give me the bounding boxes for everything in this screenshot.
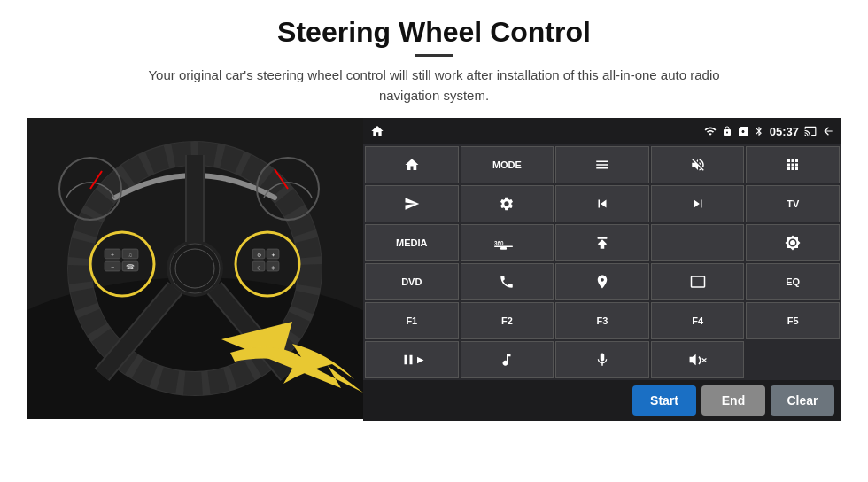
button-grid: MODE — [363, 144, 841, 380]
btn-apps[interactable] — [746, 146, 840, 183]
btn-mode[interactable]: MODE — [461, 146, 554, 183]
btn-music[interactable] — [461, 341, 554, 378]
svg-text:◈: ◈ — [271, 265, 275, 270]
btn-360[interactable]: 360 — [461, 224, 554, 261]
svg-text:☎: ☎ — [126, 263, 135, 271]
btn-eq[interactable]: EQ — [746, 263, 840, 300]
btn-f1[interactable]: F1 — [365, 302, 459, 339]
svg-text:♫: ♫ — [128, 253, 133, 258]
btn-home[interactable] — [365, 146, 459, 183]
status-bar-left — [370, 124, 384, 138]
btn-media[interactable]: MEDIA — [365, 224, 459, 261]
btn-f4[interactable]: F4 — [651, 302, 745, 339]
btn-playpause[interactable]: ▶ — [365, 341, 459, 378]
btn-eject[interactable] — [555, 224, 649, 261]
btn-settings[interactable] — [461, 185, 554, 222]
svg-rect-38 — [500, 247, 507, 250]
action-bar: Start End Clear — [363, 380, 841, 421]
page-subtitle: Your original car's steering wheel contr… — [133, 66, 735, 105]
btn-screen[interactable] — [651, 263, 745, 300]
control-panel: 05:37 MODE — [363, 118, 841, 421]
status-bar: 05:37 — [363, 118, 841, 144]
btn-mic[interactable] — [555, 341, 649, 378]
btn-radio[interactable] — [651, 224, 745, 261]
start-button[interactable]: Start — [632, 385, 696, 416]
btn-prev[interactable] — [555, 185, 649, 222]
svg-point-6 — [175, 249, 214, 288]
status-bar-right: 05:37 — [704, 125, 834, 138]
btn-dvd[interactable]: DVD — [365, 263, 459, 300]
svg-text:⚙: ⚙ — [257, 253, 261, 258]
status-time: 05:37 — [770, 125, 799, 138]
svg-text:−: − — [111, 264, 114, 270]
clear-button[interactable]: Clear — [771, 385, 834, 416]
btn-send[interactable] — [365, 185, 459, 222]
btn-tv[interactable]: TV — [746, 185, 840, 222]
svg-rect-37 — [494, 246, 513, 247]
title-divider — [415, 54, 453, 57]
btn-phone[interactable] — [461, 263, 554, 300]
steering-wheel-image: + − ♫ ☎ ⚙ ◇ ✦ ◈ — [27, 118, 363, 419]
svg-text:+: + — [111, 252, 114, 258]
btn-f5[interactable]: F5 — [746, 302, 840, 339]
btn-mute[interactable] — [651, 146, 745, 183]
svg-text:◇: ◇ — [257, 265, 261, 270]
page-title: Steering Wheel Control — [277, 16, 591, 49]
btn-vol[interactable] — [651, 341, 745, 378]
btn-next[interactable] — [651, 185, 745, 222]
btn-f3[interactable]: F3 — [555, 302, 649, 339]
btn-f2[interactable]: F2 — [461, 302, 554, 339]
svg-text:✦: ✦ — [271, 253, 275, 258]
end-button[interactable]: End — [701, 385, 765, 416]
btn-navi[interactable] — [555, 263, 649, 300]
btn-bright[interactable] — [746, 224, 840, 261]
btn-menu[interactable] — [555, 146, 649, 183]
svg-text:360: 360 — [494, 240, 504, 246]
